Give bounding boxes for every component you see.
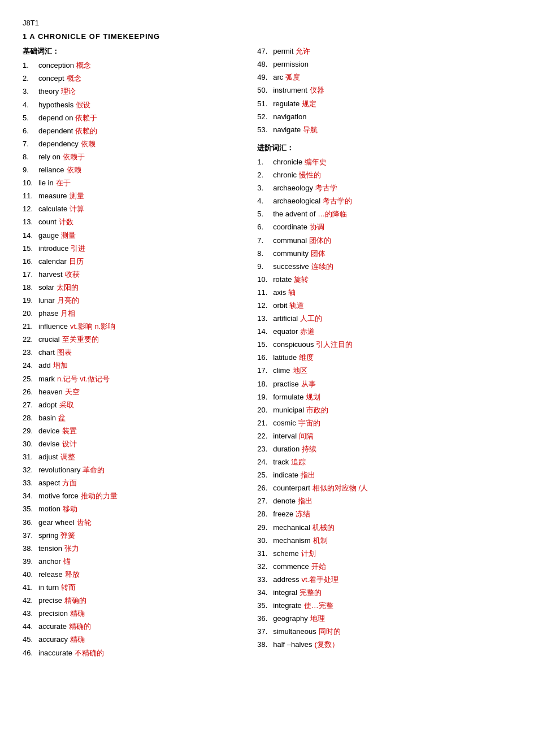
item-english: add	[38, 359, 51, 372]
item-chinese: 编年史	[305, 156, 327, 168]
item-number: 36.	[23, 516, 38, 529]
item-chinese: 机制	[313, 535, 328, 547]
item-chinese: 收获	[65, 268, 80, 281]
item-chinese: 装置	[62, 425, 77, 437]
item-number: 29.	[23, 425, 38, 437]
item-english: clime	[273, 364, 290, 377]
item-english: mark	[38, 373, 55, 385]
item-number: 23.	[23, 346, 38, 359]
list-item: 2.concept概念	[23, 72, 257, 85]
item-number: 13.	[23, 216, 38, 228]
item-english: equator	[273, 325, 298, 338]
list-item: 25.markn.记号 vt.做记号	[23, 373, 257, 385]
item-chinese: 仪器	[310, 84, 324, 97]
list-item: 17.clime地区	[257, 364, 511, 377]
item-english: arc	[273, 71, 283, 84]
item-chinese: 宇宙的	[298, 417, 320, 429]
item-chinese: 人工的	[300, 312, 322, 325]
item-number: 51.	[257, 98, 273, 110]
list-item: 30.devise设计	[23, 438, 257, 450]
item-english: duration	[273, 443, 299, 455]
item-chinese: 引进	[71, 242, 85, 255]
item-chinese: 机械的	[312, 522, 335, 534]
list-item: 36.geography地理	[257, 612, 511, 625]
list-item: 5.the advent of…的降临	[257, 208, 511, 220]
list-item: 44.accurate精确的	[23, 620, 257, 633]
list-item: 25.indicate指出	[257, 469, 511, 481]
list-item: 11.axis轴	[257, 286, 511, 299]
list-item: 4.archaeological考古学的	[257, 195, 511, 207]
item-number: 33.	[23, 477, 38, 489]
list-item: 37.simultaneous同时的	[257, 625, 511, 638]
item-chinese: 月亮的	[57, 294, 79, 307]
list-item: 30.mechanism机制	[257, 535, 511, 547]
item-english: accuracy	[38, 633, 68, 646]
item-chinese: 同时的	[319, 625, 341, 638]
item-number: 6.	[257, 221, 273, 233]
list-item: 10.rotate旋转	[257, 273, 511, 286]
list-item: 51.regulate规定	[257, 98, 511, 110]
item-number: 6.	[23, 125, 38, 137]
list-item: 32.commence开始	[257, 561, 511, 573]
item-chinese: 采取	[59, 399, 74, 411]
item-english: gear wheel	[38, 516, 75, 529]
list-item: 18.practise从事	[257, 378, 511, 390]
item-number: 18.	[257, 378, 273, 390]
item-chinese: vt.影响 n.影响	[70, 320, 115, 333]
item-chinese: 概念	[67, 72, 81, 85]
item-english: tension	[38, 542, 62, 555]
item-english: navigation	[273, 111, 306, 123]
list-item: 24.add增加	[23, 359, 257, 372]
item-english: harvest	[38, 268, 63, 281]
item-chinese: 图表	[57, 346, 72, 359]
list-item: 35.motion移动	[23, 503, 257, 515]
item-number: 42.	[23, 594, 38, 607]
item-number: 37.	[23, 529, 38, 542]
list-item: 28.freeze冻结	[257, 508, 511, 520]
list-item: 31.scheme计划	[257, 548, 511, 560]
item-chinese: 追踪	[291, 456, 306, 468]
item-chinese: 慢性的	[299, 169, 321, 181]
list-item: 14.gauge测量	[23, 229, 257, 242]
item-english: spring	[38, 529, 58, 542]
item-number: 26.	[257, 482, 273, 494]
list-item: 49.arc弧度	[257, 71, 511, 84]
item-chinese: 连续的	[311, 260, 333, 273]
item-chinese: 推动的力量	[81, 490, 118, 502]
item-chinese: 弹簧	[60, 529, 75, 542]
item-chinese: 测量	[61, 229, 76, 242]
item-number: 7.	[257, 234, 273, 247]
item-english: phase	[38, 307, 58, 320]
item-number: 35.	[257, 599, 273, 612]
list-item: 26.heaven天空	[23, 386, 257, 398]
item-chinese: 依赖于	[63, 151, 85, 163]
item-english: chronicle	[273, 156, 302, 168]
item-number: 40.	[23, 568, 38, 581]
item-number: 1.	[257, 156, 273, 168]
item-number: 24.	[23, 359, 38, 372]
list-item: 6.dependent依赖的	[23, 125, 257, 137]
item-english: half –halves	[273, 638, 312, 651]
item-number: 31.	[257, 548, 273, 560]
list-item: 52.navigation	[257, 111, 511, 123]
item-chinese: 冻结	[296, 508, 310, 520]
item-english: address	[273, 573, 299, 586]
item-number: 39.	[23, 555, 38, 568]
list-item: 33.aspect方面	[23, 477, 257, 489]
list-item: 23.chart图表	[23, 346, 257, 359]
item-number: 36.	[257, 612, 273, 625]
item-number: 19.	[23, 294, 38, 307]
list-item: 34.motive force推动的力量	[23, 490, 257, 502]
item-english: reliance	[38, 164, 64, 176]
item-number: 47.	[257, 45, 273, 58]
item-number: 16.	[23, 255, 38, 268]
item-number: 45.	[23, 633, 38, 646]
item-number: 22.	[257, 430, 273, 442]
item-english: influence	[38, 320, 68, 333]
item-number: 7.	[23, 138, 38, 150]
list-item: 18.solar太阳的	[23, 281, 257, 294]
list-item: 19.formulate规划	[257, 391, 511, 403]
left-column: 基础词汇： 1.conception概念2.concept概念3.theory理…	[23, 45, 257, 659]
item-chinese: 假设	[76, 99, 90, 111]
list-item: 40.release释放	[23, 568, 257, 581]
